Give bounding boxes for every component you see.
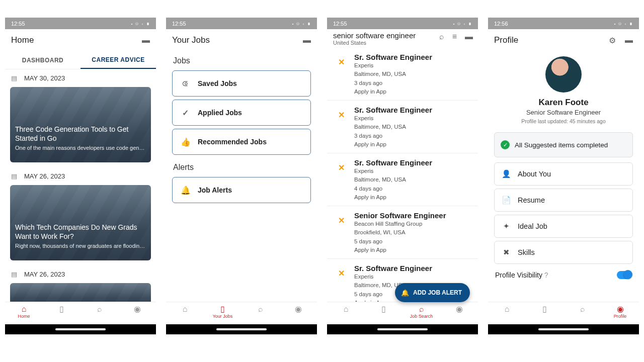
bottom-nav: ⌂Home ▯ ⌕ ◉	[5, 302, 156, 324]
person-icon: ◉	[295, 305, 302, 313]
home-icon: ⌂	[183, 305, 188, 313]
article-card[interactable]: Which Tech Companies Do New Grads Want t…	[10, 185, 151, 260]
status-time: 12:55	[172, 21, 186, 27]
app-header: Home ▬	[5, 29, 156, 51]
job-location: Brookfield, WI, USA	[354, 228, 446, 237]
search-icon: ⌕	[419, 305, 424, 313]
job-apply: Apply in App	[354, 87, 432, 96]
status-bar: 12:55 ⬩ ⊝ ⋄ ▮	[5, 18, 156, 29]
ideal-job-row[interactable]: ✦Ideal Job	[494, 215, 633, 238]
home-icon: ⌂	[344, 305, 349, 313]
nav-job-search[interactable]: ⌕	[80, 302, 118, 313]
saved-jobs-button[interactable]: ⟃Saved Jobs	[172, 70, 311, 97]
screen-profile: 12:56 ⬩ ⊝ ⋄ ▮ Profile ⚙ ▬ Karen Foote Se…	[488, 18, 639, 334]
screen-job-search: 12:55 ⬩ ⊝ ⋄ ▮ senior software engineer U…	[327, 18, 478, 334]
gesture-bar	[5, 324, 156, 334]
search-header: senior software engineer United States ⌕…	[327, 29, 478, 48]
add-job-alert-button[interactable]: 🔔 ADD JOB ALERT	[395, 283, 470, 302]
nav-job-search[interactable]: ⌕	[242, 302, 279, 313]
tab-dashboard[interactable]: DASHBOARD	[5, 51, 80, 69]
gesture-bar	[327, 324, 478, 334]
job-row[interactable]: ✕Senior Software EngineerBeacon Hill Sta…	[327, 206, 478, 259]
avatar[interactable]	[545, 56, 582, 93]
article-feed[interactable]: ▤MAY 30, 2023 Three Code Generation Tool…	[5, 69, 156, 302]
nav-your-jobs[interactable]: ▯	[526, 302, 564, 313]
search-location[interactable]: United States	[333, 40, 416, 46]
nav-profile[interactable]: ◉	[279, 302, 317, 313]
filter-icon[interactable]: ≡	[452, 32, 457, 41]
person-icon: ◉	[134, 305, 141, 313]
nav-home[interactable]: ⌂	[327, 302, 365, 313]
chat-icon[interactable]: ▬	[625, 36, 633, 45]
article-date: ▤MAY 26, 2023	[5, 167, 156, 185]
job-age: 4 days ago	[354, 185, 432, 193]
nav-your-jobs[interactable]: ▯	[365, 302, 403, 313]
nav-your-jobs[interactable]: ▯Your Jobs	[204, 302, 242, 319]
gear-icon[interactable]: ⚙	[609, 36, 616, 45]
tab-career-advice[interactable]: CAREER ADVICE	[80, 51, 156, 69]
sparkle-icon: ✦	[502, 222, 511, 231]
job-title: Sr. Software Engineer	[354, 106, 432, 114]
nav-job-search[interactable]: ⌕Job Search	[403, 302, 440, 319]
status-bar: 12:55 ⬩ ⊝ ⋄ ▮	[327, 18, 478, 29]
job-row[interactable]: ✕Sr. Software EngineerExperisBaltimore, …	[327, 48, 478, 101]
nav-profile[interactable]: ◉Profile	[601, 302, 639, 319]
news-icon: ▤	[11, 270, 17, 278]
job-row[interactable]: ✕Sr. Software EngineerExperisBaltimore, …	[327, 153, 478, 206]
screen-home: 12:55 ⬩ ⊝ ⋄ ▮ Home ▬ DASHBOARD CAREER AD…	[5, 18, 156, 334]
briefcase-icon: ▯	[59, 305, 64, 313]
search-icon[interactable]: ⌕	[439, 32, 444, 41]
company-logo: ✕	[333, 265, 349, 281]
status-icons: ⬩ ⊝ ⋄ ▮	[291, 21, 311, 26]
search-icon: ⌕	[580, 305, 585, 313]
job-age: 3 days ago	[354, 132, 432, 140]
job-company: Experis	[354, 114, 432, 123]
profile-header: Karen Foote Senior Software Engineer Pro…	[488, 51, 639, 127]
job-alerts-button[interactable]: 🔔Job Alerts	[172, 177, 311, 203]
article-title: Three Code Generation Tools to Get Start…	[15, 125, 146, 143]
section-jobs: Jobs	[166, 51, 317, 67]
nav-your-jobs[interactable]: ▯	[43, 302, 80, 313]
nav-job-search[interactable]: ⌕	[564, 302, 601, 313]
skills-row[interactable]: ✖Skills	[494, 241, 633, 264]
applied-jobs-button[interactable]: ✓Applied Jobs	[172, 100, 311, 126]
article-card[interactable]	[10, 283, 151, 302]
job-location: Baltimore, MD, USA	[354, 175, 432, 184]
chat-icon[interactable]: ▬	[142, 36, 150, 45]
visibility-toggle[interactable]	[617, 271, 632, 279]
resume-row[interactable]: 📄Resume	[494, 189, 633, 212]
news-icon: ▤	[11, 74, 17, 82]
chat-icon[interactable]: ▬	[303, 36, 311, 45]
status-bar: 12:55 ⬩ ⊝ ⋄ ▮	[166, 18, 317, 29]
help-icon[interactable]: ?	[544, 271, 548, 279]
page-title: Your Jobs	[172, 35, 210, 45]
company-logo: ✕	[333, 212, 349, 228]
chat-icon[interactable]: ▬	[465, 32, 473, 41]
thumbs-up-icon: 👍	[181, 137, 190, 147]
gesture-bar	[488, 324, 639, 334]
check-circle-icon: ✓	[181, 108, 190, 118]
page-title: Profile	[494, 35, 518, 45]
home-icon: ⌂	[505, 305, 510, 313]
status-icons: ⬩ ⊝ ⋄ ▮	[452, 21, 472, 26]
bottom-nav: ⌂ ▯ ⌕ ◉Profile	[488, 302, 639, 324]
article-card[interactable]: Three Code Generation Tools to Get Start…	[10, 87, 151, 162]
job-results[interactable]: ✕Sr. Software EngineerExperisBaltimore, …	[327, 48, 478, 302]
app-header: Profile ⚙ ▬	[488, 29, 639, 51]
nav-home[interactable]: ⌂	[488, 302, 526, 313]
job-location: Baltimore, MD, USA	[354, 70, 432, 78]
search-query[interactable]: senior software engineer	[333, 31, 416, 40]
nav-profile[interactable]: ◉	[440, 302, 478, 313]
recommended-jobs-button[interactable]: 👍Recommended Jobs	[172, 129, 311, 155]
nav-home[interactable]: ⌂	[166, 302, 204, 313]
home-icon: ⌂	[22, 305, 27, 313]
nav-profile[interactable]: ◉	[118, 302, 156, 313]
about-you-row[interactable]: 👤About You	[494, 162, 633, 186]
news-icon: ▤	[11, 172, 17, 180]
briefcase-icon: ▯	[542, 305, 547, 313]
status-time: 12:56	[494, 21, 508, 27]
job-row[interactable]: ✕Sr. Software EngineerExperisBaltimore, …	[327, 101, 478, 153]
tools-icon: ✖	[502, 248, 511, 257]
nav-home[interactable]: ⌂Home	[5, 302, 43, 319]
profile-visibility-row: Profile Visibility ?	[488, 267, 639, 283]
